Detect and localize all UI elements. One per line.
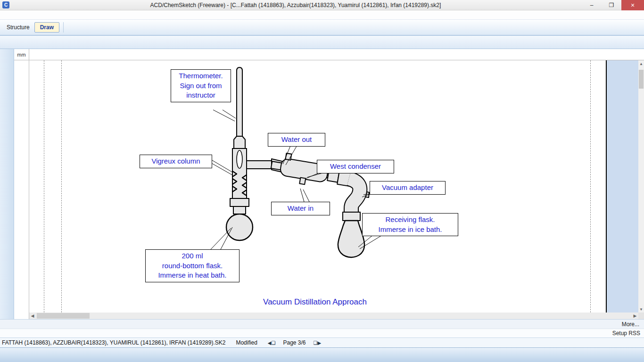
- horizontal-scroll-thumb[interactable]: [37, 313, 90, 319]
- menu-bar: [0, 10, 644, 20]
- page-indicator: Page 3/6: [283, 339, 305, 346]
- next-page-icon[interactable]: ❏▶: [314, 340, 322, 346]
- rss-news-bar: Setup RSS: [0, 329, 644, 337]
- diagram-caption[interactable]: Vacuum Distillation Approach: [237, 297, 393, 307]
- vigreux-column-label[interactable]: Vigreux column: [140, 155, 212, 168]
- vertical-scrollbar[interactable]: ▲ ▼: [638, 60, 644, 313]
- receiving-flask-label[interactable]: Receiving flask. Immerse in ice bath.: [362, 213, 458, 236]
- thermometer-label[interactable]: Thermometer. Sign out from instructor: [171, 69, 231, 102]
- water-out-label[interactable]: Water out: [268, 133, 325, 147]
- close-button[interactable]: ×: [621, 0, 644, 10]
- title-bar: C ACD/ChemSketch (Freeware) - [C...Fatta…: [0, 0, 644, 10]
- vertical-scroll-thumb[interactable]: [639, 70, 644, 89]
- ruler-unit-label: mm: [14, 49, 29, 60]
- restore-button[interactable]: ❐: [602, 0, 621, 10]
- horizontal-scrollbar[interactable]: ◀ ▶: [29, 313, 638, 319]
- round-bottom-flask-label[interactable]: 200 ml round-bottom flask. Immerse in he…: [145, 249, 239, 282]
- palette-more-button[interactable]: More...: [622, 321, 639, 328]
- document-status-bar: FATTAH (1418863), AZZUBAIR(1418323), YUA…: [0, 337, 644, 347]
- scroll-left-icon[interactable]: ◀: [29, 313, 36, 319]
- draw-button[interactable]: Draw: [34, 22, 59, 33]
- module-tab-bar: [0, 347, 644, 362]
- edit-toolbar: [0, 36, 644, 49]
- scrollbar-corner: [638, 313, 644, 319]
- vertical-ruler: [14, 60, 29, 319]
- app-icon: C: [2, 1, 9, 8]
- document-filename: FATTAH (1418863), AZZUBAIR(1418323), YUA…: [2, 339, 225, 346]
- scroll-down-icon[interactable]: ▼: [638, 306, 644, 313]
- vacuum-adapter-label[interactable]: Vacuum adapter: [370, 181, 446, 195]
- water-in-label[interactable]: Water in: [271, 202, 330, 215]
- horizontal-ruler: [29, 49, 644, 60]
- setup-rss-button[interactable]: Setup RSS: [612, 330, 640, 337]
- scroll-up-icon[interactable]: ▲: [638, 60, 644, 67]
- scroll-right-icon[interactable]: ▶: [632, 313, 638, 319]
- minimize-button[interactable]: –: [582, 0, 602, 10]
- color-palette-bar: More...: [0, 319, 644, 329]
- distillation-apparatus-drawing[interactable]: [29, 60, 638, 313]
- drawing-tool-palette: [0, 49, 14, 319]
- window-title: ACD/ChemSketch (Freeware) - [C...Fattah …: [9, 2, 582, 8]
- drawing-canvas[interactable]: Thermometer. Sign out from instructor Wa…: [29, 60, 638, 313]
- structure-button[interactable]: Structure: [2, 23, 34, 32]
- previous-page-icon[interactable]: ◀❏: [268, 340, 276, 346]
- main-toolbar: Structure Draw: [0, 20, 644, 36]
- modified-indicator: Modified: [236, 339, 257, 346]
- west-condenser-label[interactable]: West condenser: [317, 160, 394, 173]
